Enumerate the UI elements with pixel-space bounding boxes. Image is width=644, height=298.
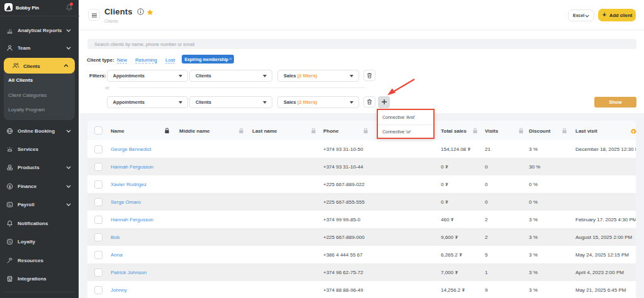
svg-text:$: $: [9, 184, 11, 188]
